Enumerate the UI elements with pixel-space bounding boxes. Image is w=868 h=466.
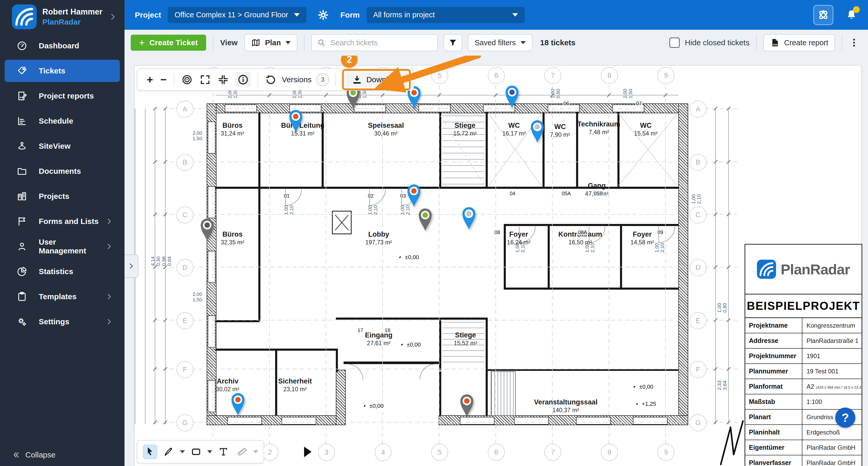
more-options-button[interactable]	[849, 37, 859, 48]
svg-text:PDF: PDF	[773, 43, 778, 46]
sidebar-item-project-reports[interactable]: Project reports	[5, 85, 120, 107]
sidebar-item-siteview[interactable]: SiteView	[5, 135, 120, 157]
divider	[174, 73, 175, 86]
sidebar-item-user-management[interactable]: User Management	[5, 235, 120, 258]
titleblock-row: PlanverfasserPlanRadar GmbH	[745, 456, 862, 466]
notifications-button[interactable]	[845, 8, 858, 22]
room-area: 15,52 m²	[454, 340, 477, 347]
form-selector-value: All forms in project	[373, 10, 435, 19]
zoom-out-button[interactable]: −	[157, 74, 170, 85]
ticket-pin-gray-charcoal[interactable]	[199, 217, 215, 242]
titleblock-field-label: Planverfasser	[745, 456, 802, 466]
grid-column-bottom: 5	[431, 444, 448, 461]
form-selector[interactable]: All forms in project	[367, 7, 525, 23]
dimension-label: 1,000,80	[550, 89, 561, 98]
view-mode-value: Plan	[265, 38, 281, 47]
level-value: ±0,00	[639, 383, 653, 390]
sidebar-item-documents[interactable]: Documents	[5, 160, 120, 182]
level-value: ±0,00	[407, 341, 421, 348]
sidebar-item-forms-and-lists[interactable]: Forms and Lists	[5, 210, 120, 232]
view-mode-dropdown[interactable]: Plan	[244, 34, 297, 51]
expand-panel-tab[interactable]	[124, 255, 138, 278]
ticket-pin-gray-orange[interactable]	[459, 393, 475, 418]
account-name: PlanRadar	[42, 17, 102, 27]
zoom-in-button[interactable]: +	[143, 74, 157, 85]
hide-closed-checkbox[interactable]	[669, 37, 680, 48]
interior-wall	[439, 319, 441, 370]
notification-badge	[853, 6, 860, 13]
pen-tool-caret[interactable]	[180, 450, 185, 453]
room-label: Speisesaal30,46 m²	[368, 121, 404, 137]
project-selector[interactable]: Office Complex 11 > Ground Floor	[168, 7, 306, 23]
ticket-pin-blue-navy[interactable]	[504, 84, 520, 109]
sidebar-item-label: Documents	[39, 167, 81, 176]
pen-tool-button[interactable]	[161, 444, 176, 459]
titleblock-project-title: BEISPIELPROJEKT	[745, 294, 862, 317]
versions-history-icon[interactable]	[265, 74, 276, 85]
interior-wall	[620, 226, 622, 288]
grid-column-bottom: 8	[601, 444, 618, 461]
measure-tool-caret[interactable]	[253, 450, 258, 453]
divider	[756, 35, 757, 51]
project-settings-gear-icon[interactable]	[317, 9, 329, 21]
ticket-pin-blue-silver[interactable]	[529, 119, 546, 144]
titleblock-row: Projektnummer1901	[745, 349, 862, 364]
marketplace-button[interactable]	[813, 5, 833, 25]
measure-tool-button[interactable]	[235, 444, 250, 459]
ticket-pin-blue-orange[interactable]	[230, 391, 246, 416]
shape-tool-button[interactable]	[189, 444, 204, 459]
grid-row-right: D	[689, 259, 707, 276]
interior-wall	[439, 371, 441, 416]
visibility-icon[interactable]	[181, 74, 193, 85]
window	[576, 417, 611, 425]
grid-column-top: 6	[488, 67, 505, 84]
dimension-label: 1,002,10	[691, 195, 702, 204]
sidebar-item-projects[interactable]: Projects	[5, 185, 120, 207]
search-input[interactable]	[330, 38, 432, 47]
sidebar-item-label: User Management	[39, 238, 105, 255]
sidebar-item-settings[interactable]: Settings	[5, 311, 120, 333]
window	[208, 186, 215, 218]
titleblock-row: Plannummer19 Test 001	[745, 364, 862, 379]
window	[208, 121, 215, 154]
titleblock-field-label: Eigentümer	[745, 440, 802, 455]
ticket-pin-gray-green[interactable]	[417, 207, 433, 232]
dimension-label: 1,002,10	[283, 205, 294, 215]
text-tool-button[interactable]	[216, 444, 231, 459]
room-area: 15,72 m²	[454, 130, 477, 137]
sidebar-item-tickets[interactable]: Tickets	[5, 60, 120, 82]
gears-icon	[17, 316, 27, 327]
divider	[335, 73, 336, 86]
window	[418, 105, 451, 112]
sidebar-item-templates[interactable]: Templates	[5, 286, 120, 308]
plan-canvas[interactable]: 112233445566778899AABBCCDDEEFFGGBüros31,…	[0, 0, 868, 466]
versions-label[interactable]: Versions	[282, 75, 312, 84]
create-ticket-button[interactable]: + Create Ticket	[131, 35, 206, 51]
sidebar-item-statistics[interactable]: Statistics	[5, 260, 120, 283]
titleblock-row: AddressePlanRadarstraße 1	[745, 333, 862, 349]
create-report-button[interactable]: PDF Create report	[764, 34, 835, 51]
info-icon[interactable]	[236, 72, 251, 87]
shape-tool-caret[interactable]	[207, 450, 212, 453]
sidebar-item-dashboard[interactable]: Dashboard	[5, 35, 120, 57]
ticket-pin-blue-silver[interactable]	[461, 206, 477, 230]
help-button[interactable]: ?	[835, 408, 855, 428]
create-report-label: Create report	[784, 38, 828, 47]
ticket-pin-blue-orange[interactable]	[287, 108, 304, 133]
saved-filters-dropdown[interactable]: Saved filters	[468, 34, 532, 51]
collapse-button[interactable]: Collapse	[12, 450, 56, 459]
select-tool-button[interactable]	[143, 444, 158, 459]
fit-to-screen-icon[interactable]	[218, 74, 229, 85]
sidebar-item-schedule[interactable]: Schedule	[5, 110, 120, 132]
fullscreen-icon[interactable]	[199, 74, 211, 85]
ticket-count: 18 tickets	[540, 38, 576, 47]
room-label: Stiege15,72 m²	[454, 121, 477, 137]
filter-button[interactable]	[443, 34, 462, 51]
ticket-pin-blue-orange[interactable]	[406, 183, 422, 208]
user-menu[interactable]: Robert Hammer PlanRadar	[0, 0, 125, 34]
room-area: 16,50 m²	[558, 239, 602, 246]
titleblock-row: Maßstab1:100	[745, 395, 862, 410]
titleblock-field-label: Planformat	[745, 379, 802, 394]
download-button[interactable]: Download	[345, 72, 407, 87]
room-area: 23,10 m²	[278, 385, 312, 393]
